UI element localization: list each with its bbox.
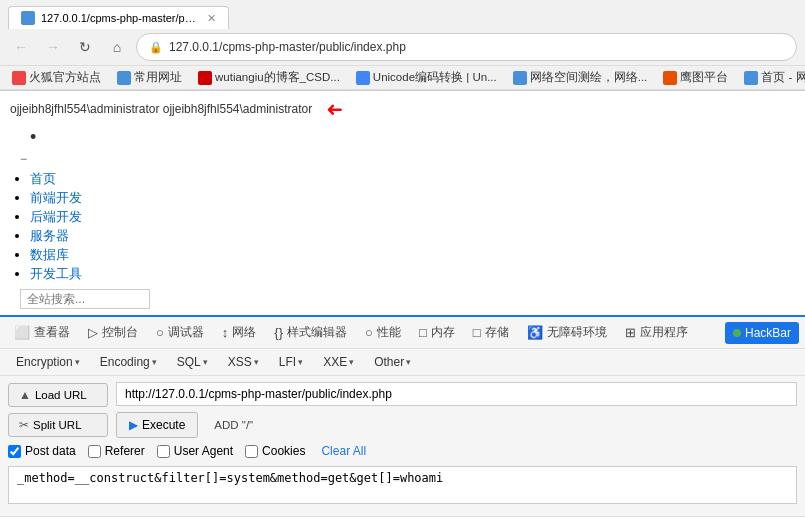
execute-button[interactable]: ▶ Execute [116,412,198,438]
debugger-label: 调试器 [168,324,204,341]
hackbar-checkboxes: Post data Referer User Agent Cookies Cle… [8,444,366,458]
debugger-icon: ○ [156,325,164,340]
devtools-tab-accessibility[interactable]: ♿ 无障碍环境 [519,320,615,345]
bookmark-label-0: 火狐官方站点 [29,70,101,85]
bookmark-5[interactable]: 鹰图平台 [659,69,732,86]
bookmark-icon-4 [513,71,527,85]
page-path: ojjeibh8jfhl554\administrator ojjeibh8jf… [10,97,795,121]
bookmark-3[interactable]: Unicode编码转换 | Un... [352,69,501,86]
execute-icon: ▶ [129,418,138,432]
search-box [20,289,795,309]
split-url-icon: ✂ [19,418,29,432]
post-data-checkbox-label[interactable]: Post data [8,444,76,458]
performance-icon: ○ [365,325,373,340]
post-data-checkbox[interactable] [8,445,21,458]
bookmark-1[interactable]: 常用网址 [113,69,186,86]
user-agent-checkbox-label[interactable]: User Agent [157,444,233,458]
red-arrow-icon: ➜ [326,97,343,121]
network-label: 网络 [232,324,256,341]
devtools-tab-performance[interactable]: ○ 性能 [357,320,409,345]
user-agent-checkbox[interactable] [157,445,170,458]
hackbar-url-input[interactable] [116,382,797,406]
style-editor-icon: {} [274,325,283,340]
referer-checkbox-label[interactable]: Referer [88,444,145,458]
nav-link-2[interactable]: 后端开发 [30,209,82,224]
hackbar-menu: Encryption ▾ Encoding ▾ SQL ▾ XSS ▾ LFI … [0,349,805,376]
nav-links: 首页 前端开发 后端开发 服务器 数据库 开发工具 [30,170,795,283]
nav-link-4[interactable]: 数据库 [30,247,69,262]
hackbar-body: ▲ Load URL ✂ Split URL ▶ Execute ADD "/" [0,376,805,516]
devtools-tab-console[interactable]: ▷ 控制台 [80,320,146,345]
load-url-label: Load URL [35,389,87,401]
address-bar[interactable]: 🔒 127.0.0.1/cpms-php-master/public/index… [136,33,797,61]
performance-label: 性能 [377,324,401,341]
devtools-tab-style-editor[interactable]: {} 样式编辑器 [266,320,355,345]
tab-title: 127.0.0.1/cpms-php-master/public/index.p… [41,12,201,24]
hackbar-label: HackBar [745,326,791,340]
devtools-tab-application[interactable]: ⊞ 应用程序 [617,320,696,345]
sql-label: SQL [177,355,201,369]
nav-link-5[interactable]: 开发工具 [30,266,82,281]
forward-button[interactable]: → [40,34,66,60]
nav-link-0[interactable]: 首页 [30,171,56,186]
hackbar-menu-encryption[interactable]: Encryption ▾ [8,353,88,371]
nav-link-1[interactable]: 前端开发 [30,190,82,205]
bookmark-6[interactable]: 首页 - 网络空间测绘... [740,69,805,86]
hackbar-tab[interactable]: HackBar [725,322,799,344]
hackbar-menu-lfi[interactable]: LFI ▾ [271,353,311,371]
tab-close-button[interactable]: ✕ [207,12,216,25]
style-editor-label: 样式编辑器 [287,324,347,341]
search-input[interactable] [20,289,150,309]
storage-label: 存储 [485,324,509,341]
add-slash-button[interactable]: ADD "/" [206,415,261,435]
load-url-button[interactable]: ▲ Load URL [8,383,108,407]
load-url-icon: ▲ [19,388,31,402]
devtools-bar: ⬜ 查看器 ▷ 控制台 ○ 调试器 ↕ 网络 {} 样式编辑器 ○ 性能 □ 内… [0,315,805,349]
bookmark-0[interactable]: 火狐官方站点 [8,69,105,86]
reload-button[interactable]: ↻ [72,34,98,60]
hackbar-menu-xxe[interactable]: XXE ▾ [315,353,362,371]
tab-bar: 127.0.0.1/cpms-php-master/public/index.p… [0,0,805,29]
hackbar-menu-encoding[interactable]: Encoding ▾ [92,353,165,371]
devtools-tab-memory[interactable]: □ 内存 [411,320,463,345]
devtools-tab-debugger[interactable]: ○ 调试器 [148,320,212,345]
devtools-tab-storage[interactable]: □ 存储 [465,320,517,345]
hackbar-checkbox-row: Post data Referer User Agent Cookies Cle… [8,444,797,458]
split-url-button[interactable]: ✂ Split URL [8,413,108,437]
clear-all-button[interactable]: Clear All [321,444,366,458]
cookies-checkbox-label[interactable]: Cookies [245,444,305,458]
referer-checkbox[interactable] [88,445,101,458]
home-button[interactable]: ⌂ [104,34,130,60]
nav-link-item-1: 前端开发 [30,189,795,207]
devtools-tab-network[interactable]: ↕ 网络 [214,320,265,345]
memory-icon: □ [419,325,427,340]
hackbar-menu-xss[interactable]: XSS ▾ [220,353,267,371]
application-label: 应用程序 [640,324,688,341]
split-url-label: Split URL [33,419,82,431]
path-text: ojjeibh8jfhl554\administrator ojjeibh8jf… [10,102,312,116]
devtools-tab-inspector[interactable]: ⬜ 查看器 [6,320,78,345]
accessibility-label: 无障碍环境 [547,324,607,341]
bookmark-icon-0 [12,71,26,85]
encryption-caret-icon: ▾ [75,357,80,367]
nav-link-item-2: 后端开发 [30,208,795,226]
xxe-caret-icon: ▾ [349,357,354,367]
browser-chrome: 127.0.0.1/cpms-php-master/public/index.p… [0,0,805,91]
back-button[interactable]: ← [8,34,34,60]
other-caret-icon: ▾ [406,357,411,367]
application-icon: ⊞ [625,325,636,340]
post-data-textarea[interactable]: _method=__construct&filter[]=system&meth… [8,466,797,504]
bookmark-2[interactable]: wutiangiu的博客_CSD... [194,69,344,86]
nav-link-3[interactable]: 服务器 [30,228,69,243]
hackbar-right-col: ▶ Execute ADD "/" [116,382,797,438]
page-content: ojjeibh8jfhl554\administrator ojjeibh8jf… [0,91,805,315]
hackbar-menu-sql[interactable]: SQL ▾ [169,353,216,371]
bookmark-4[interactable]: 网络空间测绘，网络... [509,69,652,86]
bookmark-label-1: 常用网址 [134,70,182,85]
cookies-checkbox[interactable] [245,445,258,458]
active-tab[interactable]: 127.0.0.1/cpms-php-master/public/index.p… [8,6,229,29]
tab-favicon [21,11,35,25]
hackbar-menu-other[interactable]: Other ▾ [366,353,419,371]
bookmark-icon-1 [117,71,131,85]
hackbar-url-row: ▲ Load URL ✂ Split URL ▶ Execute ADD "/" [8,382,797,438]
